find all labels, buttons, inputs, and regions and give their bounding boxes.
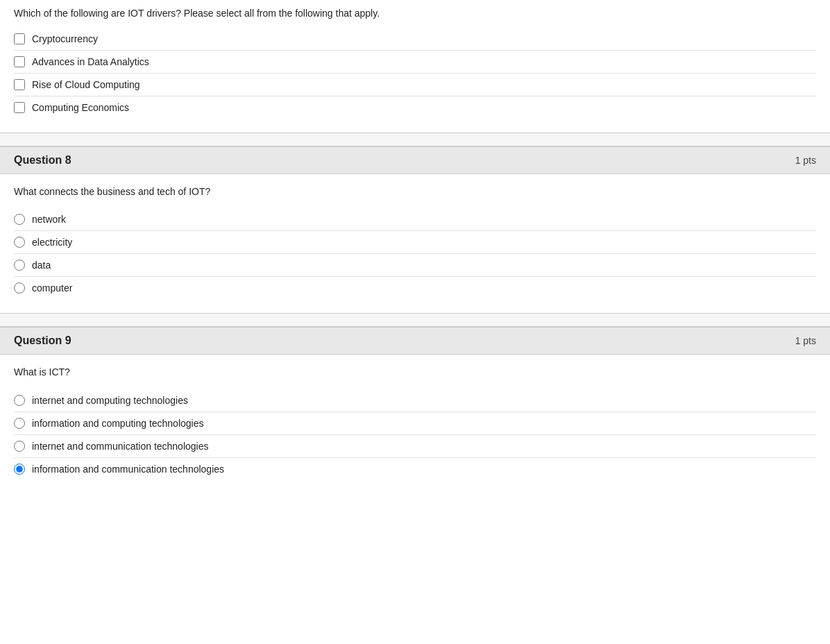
- question-7-text: Which of the following are IOT drivers? …: [14, 7, 816, 21]
- question-8-radio-2[interactable]: [14, 237, 25, 248]
- question-8-radio-4[interactable]: [14, 282, 25, 294]
- question-7-checkbox-1[interactable]: [14, 33, 25, 44]
- question-8-body: What connects the business and tech of I…: [0, 174, 830, 307]
- question-9-option-4[interactable]: information and communication technologi…: [14, 458, 816, 480]
- question-8-option-3[interactable]: data: [14, 254, 816, 277]
- question-8-text: What connects the business and tech of I…: [14, 185, 816, 199]
- question-7-checkbox-4[interactable]: [14, 102, 25, 113]
- question-9-label-1[interactable]: internet and computing technologies: [32, 395, 188, 406]
- question-7-option-3[interactable]: Rise of Cloud Computing: [14, 74, 816, 96]
- question-8-label: Question 8: [14, 154, 71, 167]
- question-7-label-1[interactable]: Cryptocurrency: [32, 33, 98, 44]
- question-7-option-2[interactable]: Advances in Data Analytics: [14, 51, 816, 74]
- question-9-label-4[interactable]: information and communication technologi…: [32, 464, 224, 475]
- question-9-radio-3[interactable]: [14, 441, 25, 452]
- question-8-radio-1[interactable]: [14, 214, 25, 225]
- question-9-header: Question 9 1 pts: [0, 327, 830, 355]
- question-8-pts: 1 pts: [795, 155, 816, 166]
- question-9-option-1[interactable]: internet and computing technologies: [14, 389, 816, 412]
- question-9-label: Question 9: [14, 334, 71, 347]
- question-7-checkbox-2[interactable]: [14, 56, 25, 67]
- question-9-pts: 1 pts: [795, 335, 816, 346]
- question-9-radio-4[interactable]: [14, 464, 25, 475]
- question-9-label-2[interactable]: information and computing technologies: [32, 418, 204, 429]
- question-7-label-3[interactable]: Rise of Cloud Computing: [32, 79, 140, 90]
- question-8-label-1[interactable]: network: [32, 214, 66, 225]
- question-8-radio-3[interactable]: [14, 260, 25, 271]
- question-9-section: Question 9 1 pts What is ICT? internet a…: [0, 327, 830, 487]
- question-8-section: Question 8 1 pts What connects the busin…: [0, 146, 830, 307]
- question-8-option-2[interactable]: electricity: [14, 231, 816, 254]
- question-8-label-3[interactable]: data: [32, 260, 51, 271]
- question-9-label-3[interactable]: internet and communication technologies: [32, 441, 209, 452]
- question-7-option-4[interactable]: Computing Economics: [14, 96, 816, 119]
- question-9-body: What is ICT? internet and computing tech…: [0, 355, 830, 487]
- section-divider-1: [0, 133, 830, 146]
- question-9-radio-1[interactable]: [14, 395, 25, 406]
- question-7-checkbox-3[interactable]: [14, 79, 25, 90]
- question-9-text: What is ICT?: [14, 366, 816, 380]
- question-9-radio-2[interactable]: [14, 418, 25, 429]
- question-8-header: Question 8 1 pts: [0, 146, 830, 174]
- section-divider-2: [0, 313, 830, 327]
- question-7-option-1[interactable]: Cryptocurrency: [14, 28, 816, 51]
- question-9-option-2[interactable]: information and computing technologies: [14, 412, 816, 435]
- question-7-section: Which of the following are IOT drivers? …: [0, 0, 830, 126]
- question-8-label-4[interactable]: computer: [32, 282, 72, 294]
- question-7-label-2[interactable]: Advances in Data Analytics: [32, 56, 149, 67]
- question-7-label-4[interactable]: Computing Economics: [32, 102, 129, 113]
- question-7-body: Which of the following are IOT drivers? …: [0, 0, 830, 126]
- question-8-option-4[interactable]: computer: [14, 277, 816, 299]
- question-8-label-2[interactable]: electricity: [32, 237, 72, 248]
- question-9-option-3[interactable]: internet and communication technologies: [14, 435, 816, 458]
- question-8-option-1[interactable]: network: [14, 208, 816, 231]
